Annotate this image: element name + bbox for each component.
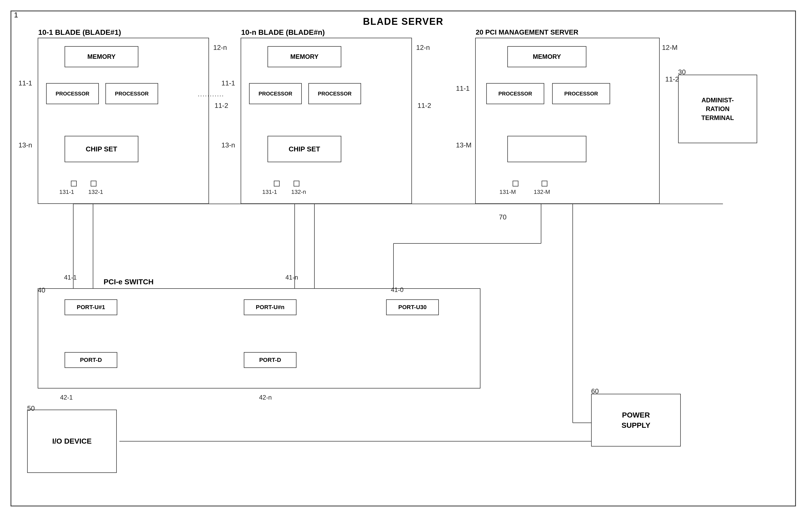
admin-ref: 30 [678,68,686,76]
pci-conn2-sq [542,181,547,187]
pci-mgmt-box: 20 PCI MANAGEMENT SERVER MEMORY 12-M 11-… [475,38,660,204]
bladen-ref-13n: 13-n [222,141,235,149]
port-dn: PORT-D [244,352,296,368]
blade1-proc2: PROCESSOR [106,83,158,104]
pci-ref-13M: 13-M [456,141,471,149]
blade1-memory: MEMORY [64,46,138,67]
blade1-ref-11-1: 11-1 [19,79,32,87]
io-ref: 50 [27,404,35,412]
blade1-box: 10-1 BLADE (BLADE#1) MEMORY 12-n 11-1 PR… [38,38,209,204]
blade1-conn2-label: 132-1 [88,189,103,195]
blade1-conn1-label: 131-1 [59,189,74,195]
bladen-title: 10-n BLADE (BLADE#n) [241,28,325,37]
pci-conn2-label: 132-M [534,189,550,195]
blade1-chipset: CHIP SET [64,136,138,162]
blade1-proc1: PROCESSOR [46,83,99,104]
blade1-ref-11-2: 11-2 [214,102,228,110]
port-un: PORT-U#n [244,299,296,315]
pci-conn1-sq [513,181,518,187]
bladen-conn1-sq [274,181,280,187]
bladen-ref-11-2: 11-2 [417,102,431,110]
bladen-box: 10-n BLADE (BLADE#n) MEMORY 12-n 11-1 PR… [241,38,412,204]
ref-41-1: 41-1 [64,274,77,281]
bladen-ref-11-1: 11-1 [222,79,235,87]
port-d1: PORT-D [64,352,117,368]
diagram-container: 1 BLADE SERVER [10,10,796,507]
ref-41-0: 41-0 [391,286,404,294]
bladen-conn1-label: 131-1 [262,189,277,195]
port-u30: PORT-U30 [386,299,439,315]
ref-42-n: 42-n [259,394,272,401]
bladen-chipset: CHIP SET [267,136,341,162]
pci-conn1-label: 131-M [499,189,516,195]
ref-40: 40 [38,286,45,294]
bladen-ref-12n: 12-n [416,44,430,52]
bladen-proc2: PROCESSOR [308,83,361,104]
blade1-ref-12n: 12-n [213,44,227,52]
pci-chipset-area [508,136,586,162]
bladen-memory: MEMORY [267,46,341,67]
io-label: I/O DEVICE [28,410,116,472]
corner-ref: 1 [14,11,18,19]
power-ref: 60 [591,387,599,396]
switch-box: PORT-U#1 PORT-U#n PORT-U30 PORT-D PORT-D [38,288,481,388]
pci-proc2: PROCESSOR [552,83,610,104]
admin-label: ADMINIST-RATIONTERMINAL [701,96,734,122]
admin-box: ADMINIST-RATIONTERMINAL [678,75,757,143]
blade1-dots: ........... [198,91,224,98]
blade1-conn1-sq [71,181,77,187]
blade1-conn2-sq [91,181,96,187]
power-label: POWERSUPPLY [592,394,680,446]
ref-42-1: 42-1 [60,394,73,401]
power-box: POWERSUPPLY [591,394,681,446]
port-u1: PORT-U#1 [64,299,117,315]
pci-proc1: PROCESSOR [486,83,544,104]
pci-ref-12M: 12-M [662,44,677,52]
bladen-proc1: PROCESSOR [249,83,302,104]
diagram-title: BLADE SERVER [11,11,795,27]
ref-41-n: 41-n [285,274,298,281]
pci-ref-11-2: 11-2 [665,75,679,83]
switch-label: PCI-e SWITCH [104,278,154,286]
blade1-ref-13n: 13-n [19,141,32,149]
ref-70: 70 [499,213,506,221]
bladen-conn2-label: 132-n [291,189,306,195]
bladen-conn2-sq [294,181,299,187]
io-device-box: I/O DEVICE [27,410,117,473]
pci-mgmt-title: 20 PCI MANAGEMENT SERVER [476,28,579,36]
blade1-title: 10-1 BLADE (BLADE#1) [38,28,121,37]
pci-ref-11-1: 11-1 [456,84,470,92]
pci-memory: MEMORY [508,46,586,67]
